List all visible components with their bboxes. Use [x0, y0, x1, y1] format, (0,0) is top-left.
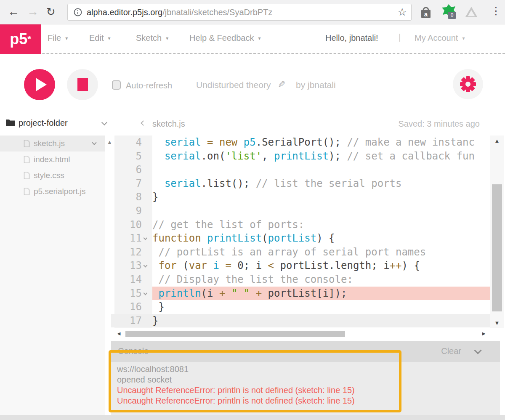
play-button[interactable] [24, 69, 55, 100]
caret-down-icon: ▾ [166, 35, 168, 41]
menu-sketch[interactable]: Sketch▾ [136, 33, 168, 43]
url-path: /jbnatali/sketches/SyaDrbPTz [162, 8, 272, 17]
line-number: 15 [111, 287, 142, 300]
caret-down-icon: ▾ [108, 35, 110, 41]
code-editor[interactable]: 4 serial = new p5.SerialPort(); // make … [111, 136, 490, 328]
scroll-up-icon[interactable]: ▲ [490, 138, 504, 144]
browser-menu-icon[interactable]: ⋮ [491, 5, 501, 17]
file-row-style-css[interactable]: style.css [0, 167, 105, 183]
code-line-5[interactable]: 5 serial.on('list', printList); // set a… [111, 149, 490, 163]
code-text: serial.list(); // list the serial ports [152, 177, 490, 191]
code-line-9[interactable]: 9 [111, 204, 490, 218]
my-account-menu[interactable]: My Account▾ [415, 33, 465, 43]
code-text: function printList(portList) { [152, 231, 490, 245]
file-name: p5.serialport.js [34, 187, 86, 196]
divider: | [399, 32, 401, 42]
code-line-10[interactable]: 10// get the list of ports: [111, 218, 490, 232]
line-number: 4 [111, 136, 142, 149]
avast-badge: 0 [448, 12, 456, 19]
horizontal-scroll-thumb[interactable] [125, 331, 345, 337]
open-file-tab[interactable]: sketch.js [152, 119, 185, 129]
code-line-4[interactable]: 4 serial = new p5.SerialPort(); // make … [111, 136, 490, 149]
browser-toolbar: ← → ↻ alpha.editor.p5js.org/jbnatali/ske… [0, 0, 505, 24]
console-clear-button[interactable]: Clear [441, 346, 461, 356]
file-icon [24, 156, 30, 165]
code-line-13[interactable]: 13 for (var i = 0; i < portList.length; … [111, 259, 490, 273]
shopping-extension-icon[interactable]: a [418, 5, 433, 22]
code-text: } [152, 300, 490, 314]
caret-down-icon: ▾ [462, 35, 465, 41]
code-line-15[interactable]: 15 println(i + " " + portList[i]); [111, 287, 490, 300]
fold-chevron-icon[interactable] [144, 236, 148, 240]
code-text: println(i + " " + portList[i]); [152, 287, 490, 300]
project-folder-row[interactable]: project-folder [0, 114, 105, 136]
menu-file[interactable]: File▾ [48, 33, 68, 43]
forward-icon[interactable]: → [27, 4, 39, 19]
file-name: sketch.js [34, 139, 65, 148]
avast-extension-icon[interactable]: 0 [440, 3, 457, 19]
file-row-index-html[interactable]: index.html [0, 152, 105, 167]
code-text: serial.on('list', printList); // set a c… [152, 149, 490, 163]
console-collapse-icon[interactable] [474, 346, 481, 354]
code-line-6[interactable]: 6 [111, 163, 490, 177]
drive-extension-icon[interactable] [465, 6, 478, 19]
code-line-16[interactable]: 16 } [111, 300, 490, 314]
line-number: 16 [111, 300, 142, 314]
scroll-right-icon[interactable]: ► [481, 330, 486, 337]
file-name: style.css [34, 171, 64, 180]
code-line-11[interactable]: 11function printList(portList) { [111, 231, 490, 245]
line-number: 17 [111, 314, 142, 328]
menu-help-feedback[interactable]: Help & Feedback▾ [189, 33, 260, 43]
logo-text: p5 [10, 30, 27, 48]
line-number: 6 [111, 163, 142, 177]
bookmark-star-icon[interactable]: ☆ [398, 6, 407, 18]
sketch-title: Undisturbed theory [196, 80, 271, 90]
chevron-down-icon[interactable] [101, 120, 107, 125]
p5-logo[interactable]: p5* [0, 24, 41, 54]
reload-icon[interactable]: ↻ [46, 4, 56, 19]
menu-edit[interactable]: Edit▾ [89, 33, 111, 43]
code-text: // get the list of ports: [152, 218, 490, 232]
scroll-down-icon[interactable]: ▼ [490, 320, 504, 326]
stop-button[interactable] [67, 69, 98, 100]
editor-vertical-scrollbar[interactable]: ▲ ▼ [490, 136, 504, 328]
file-panel: sketch.js index.html style.css p5.serial… [0, 136, 105, 415]
annotation-highlight-rectangle [109, 350, 401, 412]
code-line-12[interactable]: 12 // portList is an array of serial por… [111, 245, 490, 259]
code-line-7[interactable]: 7 serial.list(); // list the serial port… [111, 177, 490, 191]
play-icon [36, 78, 47, 91]
auto-refresh-checkbox[interactable] [112, 80, 121, 90]
settings-button[interactable] [453, 69, 483, 99]
line-number: 12 [111, 245, 142, 259]
editor-horizontal-scrollbar[interactable]: ◄ ► [114, 330, 488, 339]
fold-chevron-icon[interactable] [144, 291, 148, 295]
code-text: } [152, 314, 490, 328]
fold-chevron-icon[interactable] [144, 263, 148, 268]
code-lines: 4 serial = new p5.SerialPort(); // make … [111, 136, 490, 327]
vertical-scroll-thumb[interactable] [492, 184, 502, 311]
line-number: 13 [111, 259, 142, 273]
gear-icon [460, 76, 476, 93]
back-icon[interactable]: ← [8, 4, 19, 19]
url-text: alpha.editor.p5js.org/jbnatali/sketches/… [87, 8, 272, 17]
file-row-sketch-js[interactable]: sketch.js [0, 136, 105, 152]
page-info-icon[interactable] [73, 8, 82, 17]
line-number: 8 [111, 190, 142, 204]
chevron-down-icon[interactable] [92, 140, 96, 145]
code-line-8[interactable]: 8} [111, 190, 490, 204]
page-bottom-strip [0, 415, 505, 420]
file-icon [24, 172, 30, 181]
line-number: 9 [111, 204, 142, 218]
line-number: 10 [111, 218, 142, 232]
code-line-14[interactable]: 14 // Display the list the console: [111, 273, 490, 287]
project-folder-label: project-folder [19, 118, 68, 128]
line-number: 14 [111, 273, 142, 287]
file-row-p5-serialport-js[interactable]: p5.serialport.js [0, 183, 105, 199]
file-icon [24, 188, 30, 197]
code-line-17[interactable]: 17} [111, 314, 490, 328]
file-icon [24, 140, 30, 149]
edit-title-pencil-icon[interactable]: ✎ [278, 79, 285, 90]
scroll-left-icon[interactable]: ◄ [116, 330, 122, 337]
caret-down-icon: ▾ [258, 35, 260, 41]
address-bar[interactable]: alpha.editor.p5js.org/jbnatali/sketches/… [67, 4, 412, 21]
